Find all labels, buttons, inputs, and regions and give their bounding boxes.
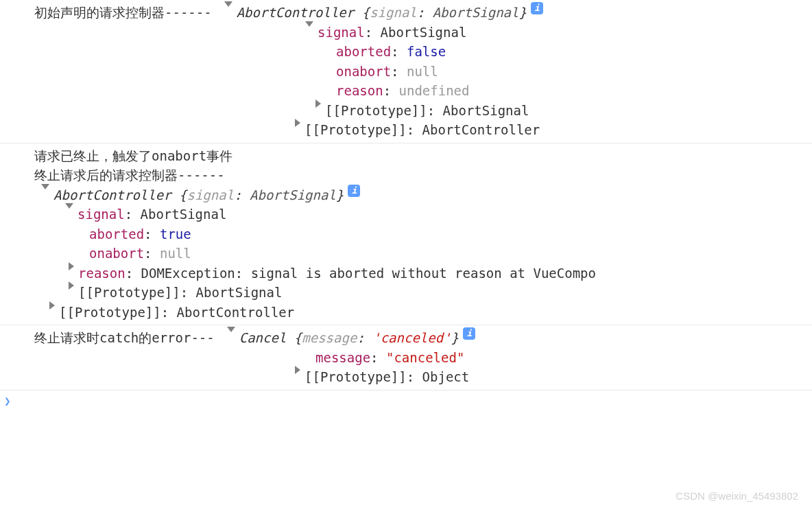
log-prefix-text: 初始声明的请求控制器------ [34,3,212,23]
property-value: AbortController [177,303,295,323]
property-row[interactable]: [[Prototype]] : AbortSignal [0,283,812,303]
expand-toggle-icon[interactable] [41,184,49,189]
object-class-name: AbortController [237,3,355,23]
expand-toggle-icon[interactable] [295,366,300,374]
property-row[interactable]: [[Prototype]] : AbortController [0,303,812,323]
property-value: null [160,244,191,264]
property-value: null [407,62,438,82]
colon: : [144,244,160,264]
colon: : [234,185,250,205]
property-value: AbortSignal [443,101,529,121]
log-line: 请求已终止，触发了onabort事件 [0,146,812,166]
colon: : [365,23,381,43]
colon: : [126,264,141,283]
console-prompt[interactable]: ❯ [0,391,812,412]
info-icon[interactable]: i [531,2,543,14]
summary-key: signal [370,3,417,23]
property-row[interactable]: signal : AbortSignal [0,23,812,43]
colon: : [427,101,443,121]
property-key: signal [77,205,125,224]
property-row: aborted : false [0,42,812,62]
log-entry-2: 请求已终止，触发了onabort事件 终止请求后的请求控制器------ Abo… [0,143,812,326]
info-icon[interactable]: i [348,185,360,197]
property-value: undefined [399,81,470,101]
console-output: 初始声明的请求控制器------ AbortController { signa… [0,0,812,412]
property-key: [[Prototype]] [78,283,180,303]
property-key: [[Prototype]] [59,303,161,323]
property-row[interactable]: reason : DOMException: signal is aborted… [0,264,812,283]
property-row[interactable]: signal : AbortSignal [0,205,812,224]
expand-toggle-icon[interactable] [69,262,74,270]
log-text: 终止请求后的请求控制器------ [34,165,225,185]
info-icon[interactable]: i [463,327,475,340]
expand-toggle-icon[interactable] [305,21,313,27]
property-key: signal [318,23,365,43]
summary-value: AbortSignal [250,185,336,205]
brace: { [171,185,187,205]
property-value: AbortSignal [381,23,467,43]
property-value: AbortSignal [196,283,283,303]
expand-toggle-icon[interactable] [49,301,55,310]
summary-key: message [302,328,357,348]
colon: : [383,81,399,101]
property-row[interactable]: [[Prototype]] : Object [0,367,812,387]
prompt-chevron-icon: ❯ [4,395,11,408]
property-row: reason : undefined [0,81,812,101]
property-key: message [315,348,370,368]
property-value: false [407,42,446,62]
property-key: reason [78,264,126,283]
log-line: 终止请求后的请求控制器------ [0,165,812,185]
brace: } [519,3,527,23]
colon: : [144,224,160,244]
brace: { [286,328,302,348]
brace: { [354,3,370,23]
property-value: AbortController [422,120,540,140]
property-key: aborted [89,224,144,244]
expand-toggle-icon[interactable] [69,281,74,290]
colon: : [357,328,372,348]
property-value: Object [422,367,470,387]
property-row: message : "canceled" [0,348,812,368]
expand-toggle-icon[interactable] [65,203,73,209]
property-row: aborted : true [0,224,812,244]
colon: : [417,3,433,23]
colon: : [391,42,407,62]
property-key: reason [336,81,383,101]
brace: } [336,185,344,205]
property-row[interactable]: [[Prototype]] : AbortSignal [0,101,812,121]
property-row: onabort : null [0,244,812,264]
object-class-name: AbortController [53,185,171,205]
colon: : [125,205,141,224]
summary-value: 'canceled' [372,328,451,348]
property-row[interactable]: [[Prototype]] : AbortController [0,120,812,140]
object-class-name: Cancel [239,328,287,348]
expand-toggle-icon[interactable] [227,327,235,332]
property-key: [[Prototype]] [304,120,407,140]
summary-value: AbortSignal [433,3,519,23]
colon: : [407,367,422,387]
brace: } [451,328,459,348]
log-entry-3: 终止请求时catch的error--- Cancel { message : '… [0,325,812,391]
log-line[interactable]: 初始声明的请求控制器------ AbortController { signa… [0,3,812,23]
log-line[interactable]: 终止请求时catch的error--- Cancel { message : '… [0,328,812,348]
expand-toggle-icon[interactable] [295,119,300,127]
summary-key: signal [187,185,234,205]
colon: : [370,348,386,368]
colon: : [180,283,196,303]
property-value: AbortSignal [141,205,227,224]
property-value: DOMException: signal is aborted without … [141,264,596,283]
object-header-row[interactable]: AbortController { signal : AbortSignal }… [0,185,812,205]
property-value: "canceled" [386,348,464,368]
property-key: [[Prototype]] [325,101,427,121]
log-entry-1: 初始声明的请求控制器------ AbortController { signa… [0,0,812,143]
property-key: onabort [89,244,144,264]
property-key: [[Prototype]] [304,367,407,387]
expand-toggle-icon[interactable] [224,1,232,7]
property-key: aborted [336,42,391,62]
log-prefix-text: 终止请求时catch的error--- [34,328,215,348]
property-key: onabort [336,62,391,82]
property-value: true [160,224,191,244]
log-text: 请求已终止，触发了onabort事件 [34,146,232,166]
colon: : [407,120,422,140]
expand-toggle-icon[interactable] [315,100,321,108]
